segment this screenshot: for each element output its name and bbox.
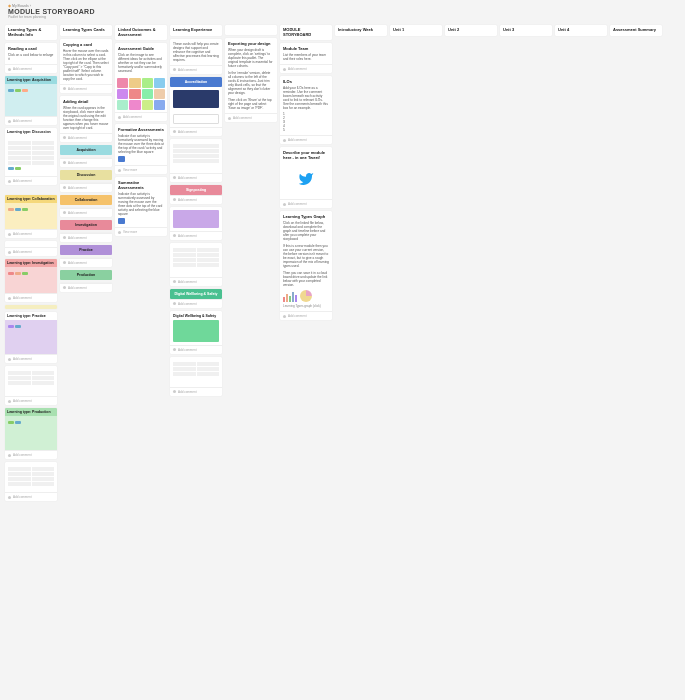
- signposting-band: Signposting: [170, 185, 222, 195]
- card-text-2: In the 'remake' version, delete all colu…: [228, 71, 274, 95]
- card-learning-type-collaboration[interactable]: Learning type: Collaboration Add comment: [5, 195, 57, 238]
- add-comment[interactable]: Add comment: [13, 296, 32, 300]
- board-columns: Learning Types & Methods Info Reading a …: [0, 22, 685, 504]
- card-reading[interactable]: Reading a card Click on a card below to …: [5, 43, 57, 73]
- column-header[interactable]: Unit 4: [555, 25, 607, 36]
- card-learning-type-acquisition[interactable]: Learning type: Acquisition Add comment: [5, 76, 57, 125]
- avatar-dot: [8, 233, 11, 236]
- column-header[interactable]: Unit 2: [445, 25, 497, 36]
- card-text: When the card appears in the storyboard,…: [63, 106, 109, 130]
- wellbeing-title: Digital Wellbeing & Safety: [173, 314, 219, 318]
- column-header[interactable]: [225, 25, 277, 35]
- card-text: Click on the linked file below, download…: [283, 221, 329, 241]
- band-production[interactable]: Production: [60, 270, 112, 280]
- card-band-foot[interactable]: Add comment: [60, 208, 112, 217]
- board-subtitle: Padlet for team planning: [8, 15, 677, 19]
- card-band-foot[interactable]: Add comment: [60, 158, 112, 167]
- card-formative[interactable]: Formative Assessments Indicate if an act…: [115, 124, 167, 174]
- add-comment[interactable]: Add comment: [68, 87, 87, 91]
- avatar-dot: [8, 454, 11, 457]
- card-learning-type-investigation[interactable]: Learning type: Investigation Add comment: [5, 259, 57, 302]
- band-discussion[interactable]: Discussion: [60, 170, 112, 180]
- avatar-dot: [118, 116, 121, 119]
- card-blank[interactable]: Add comment: [5, 241, 57, 256]
- card-learning-type-production[interactable]: Learning type: Production Add comment: [5, 408, 57, 459]
- card-exporting[interactable]: Exporting your design When your design d…: [225, 38, 277, 122]
- blue-panel: [173, 90, 219, 108]
- card-learning-type-practice[interactable]: Learning type: Practice Add comment: [5, 312, 57, 363]
- add-comment[interactable]: Add comment: [13, 67, 32, 71]
- column-header[interactable]: Introductory Week: [335, 25, 387, 36]
- blue-tag: [118, 156, 125, 162]
- band-investigation[interactable]: Investigation: [60, 220, 112, 230]
- add-comment[interactable]: Add comment: [13, 495, 32, 499]
- column-header[interactable]: Learning Types Cards: [60, 25, 112, 36]
- add-comment[interactable]: Add comment: [13, 453, 32, 457]
- card-module-team[interactable]: Module Team List the members of your tea…: [280, 43, 332, 73]
- card-assessment-guide[interactable]: Assessment Guide Click on the image to s…: [115, 43, 167, 121]
- add-comment[interactable]: Add comment: [13, 250, 32, 254]
- ilos-numbers: 1 2 3 4 5: [283, 112, 329, 132]
- card-signposting[interactable]: Signposting Add comment: [170, 185, 222, 204]
- card-blank-lx[interactable]: Add comment: [170, 139, 222, 182]
- card-accreditation[interactable]: Accreditation Add comment: [170, 77, 222, 136]
- column-header[interactable]: Assessment Summary: [610, 25, 662, 36]
- card-blank-lx-3[interactable]: Add comment: [170, 357, 222, 396]
- card-band-foot[interactable]: Add comment: [60, 258, 112, 267]
- chip: [8, 208, 14, 211]
- card-text: Click on the image to see different idea…: [118, 53, 164, 73]
- add-comment[interactable]: Add comment: [123, 115, 142, 119]
- card-title: Summative Assessments: [118, 180, 164, 190]
- card-band-foot[interactable]: Add comment: [60, 183, 112, 192]
- card-text: Add your ILOs here as a reminder. Use th…: [283, 86, 329, 110]
- card-learning-type-discussion[interactable]: Learning type: Discussion Add comment: [5, 128, 57, 185]
- card-lx-intro[interactable]: These cards will help you create designs…: [170, 39, 222, 74]
- card-tweet[interactable]: Describe your module here - in one Tweet…: [280, 147, 332, 208]
- card-learning-types-graph[interactable]: Learning Types Graph Click on the linked…: [280, 211, 332, 320]
- card-copying[interactable]: Copying a card Hover the mouse over the …: [60, 39, 112, 93]
- band-practice[interactable]: Practice: [60, 245, 112, 255]
- column-header[interactable]: Unit 1: [390, 25, 442, 36]
- card-wellbeing-detail[interactable]: Digital Wellbeing & Safety Add comment: [170, 311, 222, 354]
- card-signposting-detail[interactable]: Add comment: [170, 207, 222, 240]
- column-header[interactable]: MODULE STORYBOARD: [280, 25, 332, 40]
- card-blank-2[interactable]: Add comment: [5, 366, 57, 405]
- card-ilos[interactable]: ILOs Add your ILOs here as a reminder. U…: [280, 76, 332, 144]
- column-module-storyboard: MODULE STORYBOARD Module Team List the m…: [280, 25, 332, 320]
- assessment-grid-image[interactable]: [115, 76, 167, 112]
- column-header[interactable]: Unit 3: [500, 25, 552, 36]
- card-text: List the members of your team and their …: [283, 53, 329, 61]
- avatar-dot: [63, 136, 66, 139]
- card-text: Hover the mouse over the cards in this c…: [63, 49, 109, 81]
- column-unit-4: Unit 4: [555, 25, 607, 36]
- card-wellbeing[interactable]: Digital Wellbeing & Safety Add comment: [170, 289, 222, 308]
- column-learning-types-cards: Learning Types Cards Copying a card Hove…: [60, 25, 112, 292]
- purple-panel: [173, 210, 219, 228]
- column-header[interactable]: Learning Experience: [170, 25, 222, 36]
- card-text: Indicate if an activity is formatively a…: [118, 134, 164, 154]
- graph-thumbnail[interactable]: [283, 290, 329, 302]
- column-header[interactable]: Linked Outcomes & Assessment: [115, 25, 167, 40]
- add-comment[interactable]: Add comment: [13, 357, 32, 361]
- avatar-dot: [8, 400, 11, 403]
- band-collaboration[interactable]: Collaboration: [60, 195, 112, 205]
- type-label: Learning type: Investigation: [5, 259, 57, 267]
- card-sliver[interactable]: [5, 305, 57, 309]
- card-blank-lx-2[interactable]: Add comment: [170, 243, 222, 286]
- add-comment[interactable]: Add comment: [13, 119, 32, 123]
- card-text: When your design draft is complete, clic…: [228, 48, 274, 68]
- band-acquisition[interactable]: Acquisition: [60, 145, 112, 155]
- add-comment[interactable]: Add comment: [13, 179, 32, 183]
- card-blank-3[interactable]: Add comment: [5, 462, 57, 501]
- card-band-foot[interactable]: Add comment: [60, 283, 112, 292]
- column-header[interactable]: Learning Types & Methods Info: [5, 25, 57, 40]
- avatar-dot: [8, 251, 11, 254]
- avatar-dot: [8, 358, 11, 361]
- card-adding-detail[interactable]: Adding detail When the card appears in t…: [60, 96, 112, 142]
- card-summative[interactable]: Summative Assessments Indicate if an act…: [115, 177, 167, 236]
- add-comment[interactable]: Add comment: [13, 232, 32, 236]
- add-comment[interactable]: Add comment: [68, 136, 87, 140]
- card-band-foot[interactable]: Add comment: [60, 233, 112, 242]
- add-comment[interactable]: Add comment: [13, 399, 32, 403]
- avatar-dot: [8, 68, 11, 71]
